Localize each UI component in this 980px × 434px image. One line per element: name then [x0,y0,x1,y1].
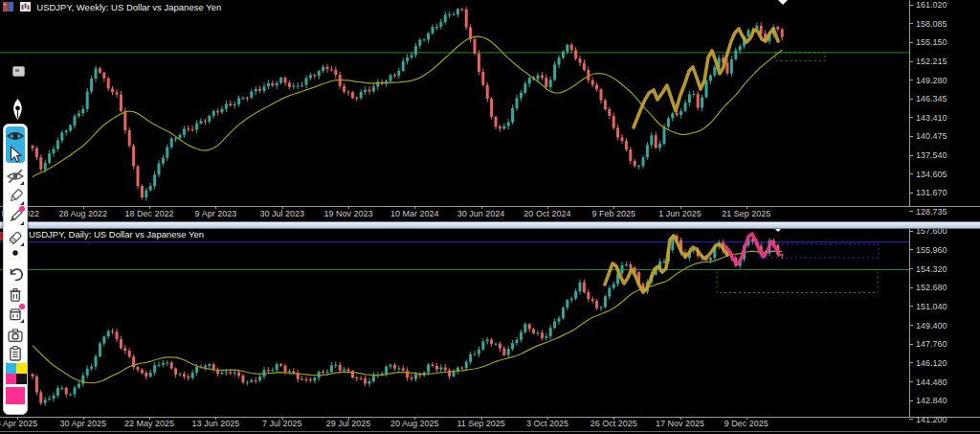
pen-annotation [634,29,778,127]
date-axis-label: 21 Sep 2025 [722,209,770,218]
window-bottom-edge [0,431,980,432]
weekly-chart-canvas[interactable] [0,0,909,206]
delete-button[interactable] [7,286,24,304]
stroke-size-button[interactable] [7,247,24,259]
dot-size-icon [7,247,24,259]
price-axis-tick [909,136,913,137]
date-axis-label: 13 Jun 2025 [192,419,240,428]
price-axis-label: 161.020 [916,0,947,10]
chart-splitter[interactable] [0,221,980,229]
date-axis-label: 19 Nov 2023 [323,209,372,218]
date-axis-label: 9 Apr 2023 [195,209,237,218]
cursor-icon [7,146,24,163]
daily-bottom-border [0,417,980,418]
trash-icon [7,286,24,304]
weekly-chart-title: USDJPY, Weekly: US Dollar vs Japanese Ye… [3,2,221,13]
date-axis-label: 18 Dec 2022 [125,209,174,218]
submenu-indicator [20,201,24,205]
pen-tool-button[interactable] [7,208,24,225]
price-axis-label: 146.345 [916,94,947,103]
date-axis-label: 29 Jul 2025 [326,419,371,428]
clipboard-icon [7,345,24,362]
color-swatch-yellow[interactable] [16,363,27,374]
date-axis-label: 22 May 2025 [124,419,174,428]
price-axis-label: 149.400 [916,321,947,331]
pen-nib-launcher-icon[interactable] [10,99,26,125]
trading-terminal: USDJPY, Weekly: US Dollar vs Japanese Ye… [0,0,980,434]
candlestick-series [32,7,784,201]
price-axis-label: 151.040 [916,302,947,311]
date-axis-label: 20 Oct 2024 [523,209,570,218]
price-axis-tick [909,61,913,62]
date-axis-label: 20 Aug 2025 [390,419,439,428]
price-axis-tick [909,344,913,345]
submenu-indicator [20,242,24,246]
price-axis-tick [909,400,913,401]
price-axis-label: 149.280 [916,76,947,85]
price-axis-label: 141.200 [916,415,947,424]
screenshot-button[interactable] [7,327,24,344]
undo-button[interactable] [7,265,24,283]
price-axis-tick [909,23,913,24]
price-axis-tick [909,42,913,43]
price-axis-label: 128.735 [916,207,947,217]
show-hide-button[interactable] [7,127,24,145]
pen-color-dot [19,206,25,212]
annotation-toolbar [3,124,28,415]
daily-chart-canvas[interactable] [0,227,909,417]
undo-icon [7,265,24,283]
price-axis-tick [909,155,913,156]
date-axis-label: 30 Jun 2024 [457,209,505,218]
price-axis-label: 155.960 [916,245,947,255]
moving-average-line [33,251,782,383]
color-swatch-cyan[interactable] [6,363,16,374]
price-axis-tick [909,5,913,6]
submenu-indicator [20,221,24,225]
price-axis-tick [909,80,913,80]
price-axis-label: 154.320 [916,264,947,274]
date-axis-label: 26 Oct 2025 [590,419,637,428]
price-axis-label: 143.410 [916,113,947,123]
hide-annotations-button[interactable] [7,168,24,185]
weekly-title-text: USDJPY, Weekly: US Dollar vs Japanese Ye… [36,2,221,12]
date-axis-label: 17 Nov 2025 [656,419,704,428]
date-axis-label: 8 Apr 2025 [0,419,37,428]
candlestick-icon [20,2,31,13]
price-axis-label: 152.680 [916,283,947,292]
price-axis-label: 144.480 [916,377,947,387]
clear-color-dot [19,304,25,309]
eraser-tool-button[interactable] [7,229,24,246]
date-axis-label: 3 Oct 2025 [526,419,568,428]
date-axis-label: 30 Jul 2023 [259,209,304,218]
date-axis-label: 7 Jul 2025 [262,419,302,428]
price-axis-tick [909,173,913,174]
price-axis-tick [909,287,913,288]
price-axis-label: 134.605 [916,170,947,179]
highlighter-tool-button[interactable] [7,188,24,205]
color-swatch-magenta[interactable] [6,374,16,384]
price-axis-label: 147.760 [916,339,947,349]
collapse-handle-icon[interactable] [12,66,25,77]
series-end-marker [778,0,788,5]
price-axis-tick [909,268,913,269]
price-axis-tick [909,249,913,250]
clear-all-button[interactable] [7,306,24,323]
price-axis-tick [909,193,913,194]
clipboard-button[interactable] [7,345,24,362]
date-axis-label: 11 Sep 2025 [457,419,504,428]
weekly-bottom-border [0,206,980,207]
date-axis-label: 30 Apr 2025 [60,419,107,428]
pen-annotation [605,236,727,292]
price-axis-label: 152.215 [916,57,947,66]
price-axis-tick [909,306,913,307]
price-axis-tick [909,231,913,232]
color-swatch-black[interactable] [16,374,27,384]
price-axis-tick [909,325,913,326]
selected-color-swatch[interactable] [6,387,25,404]
price-axis-tick [909,99,913,100]
cursor-tool-button[interactable] [7,146,24,163]
price-axis-tick [909,419,913,420]
camera-icon [7,327,24,344]
daily-chart-title: USDJPY, Daily: US Dollar vs Japanese Yen [29,229,204,240]
submenu-indicator [20,181,24,185]
